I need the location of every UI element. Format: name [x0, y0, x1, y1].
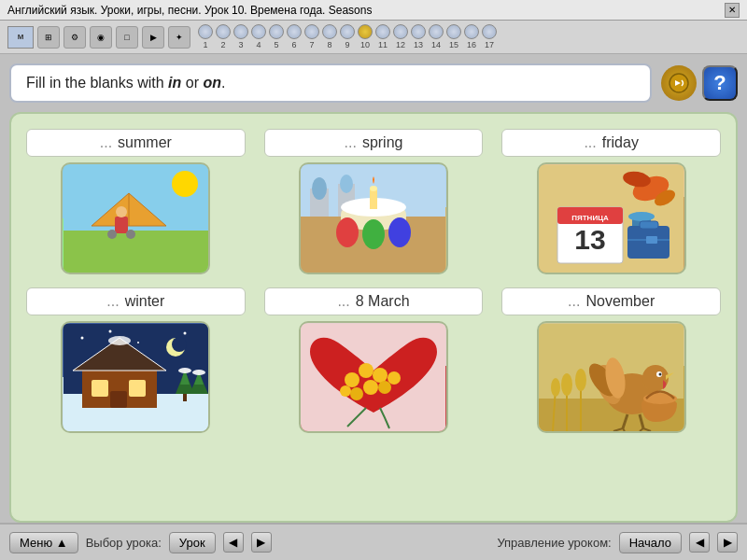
svg-point-43 — [183, 331, 186, 334]
card-spring-image[interactable] — [299, 162, 448, 274]
toolbar-icon-4[interactable]: □ — [116, 26, 138, 49]
svg-rect-7 — [115, 217, 128, 233]
svg-point-10 — [126, 230, 135, 239]
lesson-circle-9[interactable] — [340, 24, 355, 39]
lesson-choice-label: Выбор урока: — [86, 536, 162, 550]
close-button[interactable]: ✕ — [725, 3, 740, 18]
summer-illustration — [63, 165, 208, 273]
card-winter-image[interactable] — [61, 321, 210, 433]
lesson-button[interactable]: Урок — [169, 532, 216, 553]
svg-rect-50 — [129, 380, 146, 397]
card-summer-image[interactable] — [61, 162, 210, 274]
toolbar-icon-6[interactable]: ✦ — [168, 26, 190, 49]
card-spring-label[interactable]: ... spring — [264, 129, 484, 157]
lesson-circle-3[interactable] — [233, 24, 248, 39]
svg-rect-20 — [370, 189, 377, 209]
sound-button[interactable] — [661, 65, 697, 101]
lesson-circle-5[interactable] — [269, 24, 284, 39]
control-next-button[interactable]: ▶ — [717, 532, 738, 553]
card-friday-label[interactable]: ... friday — [501, 129, 721, 157]
cards-grid: ... summer — [26, 129, 721, 433]
card-november-word: November — [585, 293, 655, 310]
svg-point-64 — [373, 368, 388, 383]
lesson-circle-12[interactable] — [393, 24, 408, 39]
lesson-circle-2[interactable] — [216, 24, 231, 39]
lesson-circle-17[interactable] — [482, 24, 497, 39]
control-prev-button[interactable]: ◀ — [689, 532, 710, 553]
svg-point-68 — [340, 385, 351, 397]
menu-button[interactable]: Меню ▲ — [9, 532, 78, 553]
svg-point-21 — [370, 186, 377, 191]
svg-point-75 — [575, 369, 586, 391]
svg-point-92 — [643, 393, 677, 404]
toolbar-icon-2[interactable]: ⚙ — [63, 26, 86, 49]
card-friday-word: friday — [602, 134, 639, 151]
lesson-circle-14[interactable] — [429, 24, 444, 39]
svg-point-65 — [363, 380, 378, 395]
march-illustration — [301, 324, 445, 431]
side-icons: ? — [661, 65, 738, 101]
card-winter: ... winter — [26, 287, 246, 433]
card-november-label[interactable]: ... November — [501, 287, 721, 315]
svg-rect-3 — [63, 231, 208, 273]
svg-point-23 — [362, 219, 385, 249]
card-november: ... November — [501, 287, 721, 433]
card-march-label[interactable]: ... 8 March — [264, 287, 484, 315]
svg-point-22 — [336, 217, 359, 247]
card-november-image[interactable] — [537, 321, 686, 433]
lesson-circle-15[interactable] — [446, 24, 461, 39]
lesson-circle-11[interactable] — [375, 24, 390, 39]
card-march-image[interactable] — [299, 321, 448, 433]
toolbar-icon-5[interactable]: ▶ — [142, 26, 164, 49]
lesson-circle-1[interactable] — [198, 24, 213, 39]
toolbar-icon-3[interactable]: ◉ — [90, 26, 112, 49]
lesson-next-button[interactable]: ▶ — [251, 532, 272, 553]
svg-point-45 — [172, 337, 187, 352]
lesson-circle-6[interactable] — [287, 24, 302, 39]
main-content: Fill in the blanks with in or on. ? ... … — [0, 54, 747, 523]
svg-rect-56 — [183, 394, 187, 401]
toolbar-icon-1[interactable]: ⊞ — [37, 26, 60, 49]
svg-point-67 — [378, 381, 391, 394]
svg-point-66 — [350, 387, 363, 400]
card-march-dots: ... — [337, 293, 349, 310]
lesson-circle-13[interactable] — [411, 24, 426, 39]
cards-area: ... summer — [9, 112, 738, 523]
svg-point-53 — [108, 336, 131, 345]
lesson-prev-button[interactable]: ◀ — [223, 532, 244, 553]
november-illustration — [539, 324, 684, 431]
toolbar: M ⊞ ⚙ ◉ □ ▶ ✦ 1 2 3 4 5 6 — [0, 21, 747, 54]
svg-text:13: 13 — [574, 224, 605, 255]
card-winter-label[interactable]: ... winter — [26, 287, 246, 315]
lesson-circle-16[interactable] — [464, 24, 479, 39]
spring-illustration — [301, 165, 445, 273]
lesson-circle-7[interactable] — [304, 24, 319, 39]
svg-point-13 — [312, 177, 327, 200]
svg-point-24 — [388, 217, 411, 247]
card-friday: ... friday — [501, 129, 721, 274]
instruction-box: Fill in the blanks with in or on. — [9, 63, 652, 103]
card-summer-label[interactable]: ... summer — [26, 129, 246, 157]
svg-point-40 — [80, 336, 83, 339]
card-spring-word: spring — [362, 134, 403, 151]
svg-point-8 — [116, 206, 127, 217]
instruction-text1: Fill in the blanks with — [26, 75, 168, 91]
lesson-circle-4[interactable] — [251, 24, 266, 39]
start-button[interactable]: Начало — [619, 532, 682, 553]
svg-point-60 — [192, 370, 205, 375]
svg-point-62 — [345, 372, 359, 387]
card-summer-dots: ... — [100, 134, 112, 151]
logo-icon: M — [7, 26, 34, 49]
card-friday-image[interactable]: ПЯТНИЦА 13 — [537, 162, 686, 274]
instruction-text3: . — [221, 75, 225, 91]
lesson-circle-10[interactable] — [358, 24, 373, 39]
svg-rect-51 — [110, 391, 127, 408]
help-button[interactable]: ? — [702, 65, 738, 101]
card-march-word: 8 March — [356, 293, 410, 310]
svg-rect-38 — [646, 236, 657, 244]
lesson-circle-8[interactable] — [322, 24, 337, 39]
window-title: Английский язык. Уроки, игры, песни. Уро… — [7, 4, 372, 17]
instruction-text2: or — [181, 75, 203, 91]
svg-point-9 — [107, 230, 117, 239]
friday-illustration: ПЯТНИЦА 13 — [539, 165, 684, 273]
